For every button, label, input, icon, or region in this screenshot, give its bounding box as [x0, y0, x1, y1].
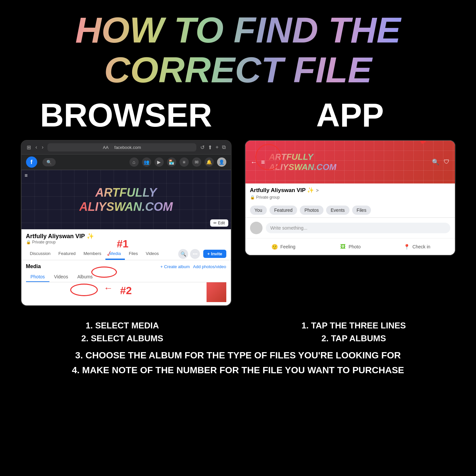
tab-videos[interactable]: Videos — [142, 248, 163, 260]
app-group-name-text: Artfully Aliyswan VIP ✨ — [250, 187, 314, 194]
fb-logo: f — [26, 156, 37, 168]
app-header: ← ≡ ARTFULLY ALIYSWAN.COM 🔍 🛡 ↙ — [245, 141, 455, 183]
app-circle-annotation — [255, 144, 282, 170]
avatar — [250, 222, 263, 234]
fb-nav-icons: ⌂ 👥 ▶ 🏪 ≡ ✉ 🔔 👤 — [129, 157, 226, 167]
albums-circle-annotation — [70, 284, 98, 296]
app-search-icon[interactable]: 🔍 — [432, 158, 439, 166]
app-tab-events[interactable]: Events — [326, 206, 350, 215]
feeling-action[interactable]: 🙂 Feeling — [250, 241, 317, 252]
label2-annotation: #2 — [120, 285, 132, 297]
more-tab-btn[interactable]: ••• — [190, 249, 200, 259]
user-icon: 👤 — [217, 157, 226, 167]
cover-text: ARTFULLY ALIYSWAN.COM — [79, 185, 173, 214]
share-icon[interactable]: ⬆ — [208, 144, 212, 151]
menu-icon[interactable]: ≡ — [180, 157, 189, 167]
media-actions: + Create album Add photos/video — [160, 264, 226, 269]
sub-tab-photos[interactable]: Photos — [26, 272, 50, 282]
photo-action[interactable]: 🖼 Photo — [317, 241, 383, 252]
aa-label: AA — [103, 145, 108, 150]
post-actions: 🙂 Feeling 🖼 Photo 📍 Check in — [245, 238, 455, 255]
media-section: Media + Create album Add photos/video Ph… — [21, 260, 231, 305]
app-shield-icon[interactable]: 🛡 — [444, 158, 450, 166]
url-text: facebook.com — [114, 145, 141, 150]
app-group-privacy: 🔒 Private group — [245, 194, 455, 203]
main-title: HOW TO FIND THE CORRECT FILE — [13, 10, 463, 90]
write-input[interactable]: Write something... — [266, 223, 450, 233]
app-tab-photos[interactable]: Photos — [300, 206, 323, 215]
tab-discussion[interactable]: Discussion — [26, 248, 55, 260]
arrow2-annotation: ← — [104, 283, 113, 294]
media-title: Media — [26, 264, 41, 269]
add-photos-btn[interactable]: Add photos/video — [193, 264, 226, 269]
browser-label: BROWSER — [40, 96, 212, 134]
edit-button[interactable]: ✏ Edit — [210, 219, 228, 227]
tab-members[interactable]: Members — [79, 248, 105, 260]
tabs-icon[interactable]: ⧉ — [222, 144, 226, 151]
lock-icon: 🔒 — [26, 240, 31, 244]
checkin-action[interactable]: 📍 Check in — [383, 241, 450, 252]
refresh-icon[interactable]: ↺ — [200, 144, 205, 151]
checkin-icon: 📍 — [403, 243, 410, 250]
search-tab-btn[interactable]: 🔍 — [178, 249, 188, 259]
fb-nav-bar: f 🔍 ⌂ 👥 ▶ 🏪 ≡ ✉ 🔔 👤 — [21, 154, 231, 170]
search-icon: 🔍 — [46, 160, 52, 165]
back-icon[interactable]: ‹ — [36, 144, 37, 151]
store-icon[interactable]: 🏪 — [167, 157, 176, 167]
photo-icon: 🖼 — [339, 243, 347, 250]
tab-featured[interactable]: Featured — [54, 248, 79, 260]
app-tab-files[interactable]: Files — [352, 206, 371, 215]
browser-instructions: 1. SELECT MEDIA 2. SELECT ALBUMS — [13, 319, 232, 345]
photo-label: Photo — [349, 244, 361, 249]
invite-button[interactable]: + Invite — [203, 250, 226, 258]
create-album-btn[interactable]: + Create album — [160, 264, 190, 269]
feeling-icon: 🙂 — [271, 243, 278, 250]
media-sub-tabs: Photos Videos Albums — [26, 272, 226, 282]
shared-step2: 4. MAKE NOTE OF THE NUMBER FOR THE FILE … — [13, 363, 463, 378]
app-label: APP — [316, 96, 384, 134]
app-tab-featured[interactable]: Featured — [269, 206, 297, 215]
app-tab-you[interactable]: You — [250, 206, 267, 215]
ios-browser-bar: ⊞ ‹ › AA facebook.com ↺ ⬆ + ⧉ — [21, 141, 231, 154]
label1-annotation: #1 — [117, 238, 129, 250]
url-bar[interactable]: AA facebook.com — [47, 143, 196, 152]
cover-line1: ARTFULLY — [79, 185, 173, 200]
app-screenshot: ← ≡ ARTFULLY ALIYSWAN.COM 🔍 🛡 ↙ — [245, 140, 456, 256]
people-icon[interactable]: 👥 — [142, 157, 151, 167]
app-header-actions: 🔍 🛡 — [432, 158, 450, 166]
forward-icon[interactable]: › — [42, 144, 43, 151]
fb-search-bar[interactable]: 🔍 — [42, 158, 56, 166]
feeling-label: Feeling — [280, 244, 295, 249]
instructions-row: 1. SELECT MEDIA 2. SELECT ALBUMS 1. TAP … — [13, 319, 463, 345]
bell-icon[interactable]: 🔔 — [205, 157, 214, 167]
browser-screenshot: ⊞ ‹ › AA facebook.com ↺ ⬆ + ⧉ — [21, 140, 232, 306]
app-group-name: Artfully Aliyswan VIP ✨ > — [245, 183, 455, 194]
main-container: HOW TO FIND THE CORRECT FILE BROWSER ⊞ ‹… — [0, 0, 476, 476]
home-icon[interactable]: ⌂ — [129, 157, 139, 167]
hamburger-icon[interactable]: ≡ — [25, 173, 28, 179]
browser-step1: 1. SELECT MEDIA — [13, 319, 232, 332]
full-instructions: 3. CHOOSE THE ALBUM FOR THE TYPE OF FILE… — [13, 348, 463, 378]
cover-line2: ALIYSWAN.COM — [79, 200, 173, 214]
app-tabs: You Featured Photos Events Files — [245, 203, 455, 218]
video-icon[interactable]: ▶ — [154, 157, 164, 167]
app-lock-icon: 🔒 — [250, 195, 255, 200]
app-chevron: > — [316, 188, 319, 193]
columns-container: BROWSER ⊞ ‹ › AA facebook.com — [13, 96, 463, 306]
browser-step2: 2. SELECT ALBUMS — [13, 332, 232, 345]
media-tab-circle — [91, 266, 117, 278]
sub-tab-videos[interactable]: Videos — [49, 272, 73, 282]
ios-nav-icons: ⊞ ‹ › — [27, 144, 44, 151]
app-instructions: 1. TAP THE THREE LINES 2. TAP ALBUMS — [245, 319, 463, 345]
app-column: APP ← ≡ ARTFULLY ALIYSWAN.COM 🔍 🛡 — [245, 96, 456, 306]
grid-icon: ⊞ — [27, 144, 31, 151]
checkin-label: Check in — [412, 244, 430, 249]
msg-icon[interactable]: ✉ — [192, 157, 201, 167]
ios-share-icons: ↺ ⬆ + ⧉ — [200, 144, 225, 151]
media-thumbnail — [207, 282, 226, 302]
app-step2: 2. TAP ALBUMS — [245, 332, 463, 345]
shared-step1: 3. CHOOSE THE ALBUM FOR THE TYPE OF FILE… — [13, 348, 463, 363]
cover-area: ARTFULLY ALIYSWAN.COM ✏ Edit ≡ — [21, 170, 231, 229]
plus-icon[interactable]: + — [215, 144, 218, 151]
app-step1: 1. TAP THE THREE LINES — [245, 319, 463, 332]
